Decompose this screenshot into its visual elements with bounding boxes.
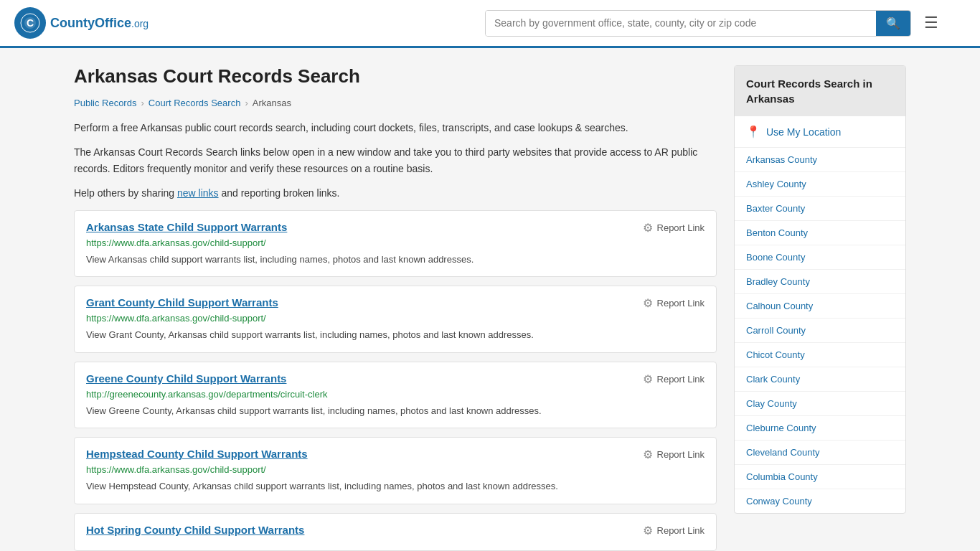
new-links-link[interactable]: new links bbox=[177, 187, 219, 199]
hamburger-icon: ☰ bbox=[924, 14, 938, 32]
sidebar-county-link[interactable]: Ashley County bbox=[735, 172, 905, 197]
sidebar-county-link[interactable]: Carroll County bbox=[735, 319, 905, 343]
sidebar-county-link[interactable]: Calhoun County bbox=[735, 294, 905, 319]
report-link-label: Report Link bbox=[657, 525, 705, 536]
report-icon: ⚙ bbox=[643, 296, 653, 310]
result-desc: View Greene County, Arkansas child suppo… bbox=[86, 404, 705, 418]
report-link-button[interactable]: ⚙ Report Link bbox=[643, 448, 705, 461]
report-link-label: Report Link bbox=[657, 222, 705, 233]
description-3-pre: Help others by sharing bbox=[74, 187, 177, 199]
site-header: C CountyOffice.org 🔍 ☰ bbox=[0, 0, 980, 48]
breadcrumb-sep-2: › bbox=[245, 98, 248, 108]
use-my-location[interactable]: 📍 Use My Location bbox=[735, 116, 905, 148]
report-icon: ⚙ bbox=[643, 372, 653, 386]
sidebar-county-link[interactable]: Cleburne County bbox=[735, 416, 905, 441]
result-header: Hempstead County Child Support Warrants … bbox=[86, 448, 705, 461]
report-icon: ⚙ bbox=[643, 524, 653, 537]
sidebar-county-link[interactable]: Clark County bbox=[735, 367, 905, 392]
sidebar-county-link[interactable]: Clay County bbox=[735, 392, 905, 416]
sidebar-county-link[interactable]: Bradley County bbox=[735, 270, 905, 294]
result-item: Grant County Child Support Warrants ⚙ Re… bbox=[74, 286, 717, 353]
sidebar-header: Court Records Search in Arkansas bbox=[735, 66, 905, 116]
breadcrumb: Public Records › Court Records Search › … bbox=[74, 98, 717, 108]
sidebar-county-link[interactable]: Chicot County bbox=[735, 343, 905, 367]
result-title[interactable]: Greene County Child Support Warrants bbox=[86, 372, 286, 385]
result-title[interactable]: Grant County Child Support Warrants bbox=[86, 296, 278, 309]
search-bar-wrap: 🔍 bbox=[485, 10, 911, 37]
result-url[interactable]: http://greenecounty.arkansas.gov/departm… bbox=[86, 389, 705, 400]
main-container: Arkansas Court Records Search Public Rec… bbox=[60, 48, 920, 551]
result-header: Greene County Child Support Warrants ⚙ R… bbox=[86, 372, 705, 386]
description-3: Help others by sharing new links and rep… bbox=[74, 185, 717, 201]
sidebar-county-link[interactable]: Cleveland County bbox=[735, 441, 905, 465]
report-link-button[interactable]: ⚙ Report Link bbox=[643, 372, 705, 386]
breadcrumb-court-records-search[interactable]: Court Records Search bbox=[149, 98, 241, 108]
location-icon: 📍 bbox=[746, 125, 760, 138]
menu-button[interactable]: ☰ bbox=[918, 11, 944, 35]
result-item: Hempstead County Child Support Warrants … bbox=[74, 437, 717, 504]
result-header: Hot Spring County Child Support Warrants… bbox=[86, 524, 705, 537]
result-item: Greene County Child Support Warrants ⚙ R… bbox=[74, 362, 717, 429]
sidebar-county-link[interactable]: Arkansas County bbox=[735, 148, 905, 172]
search-icon: 🔍 bbox=[886, 17, 900, 29]
sidebar-county-link[interactable]: Boone County bbox=[735, 245, 905, 270]
page-title: Arkansas Court Records Search bbox=[74, 65, 717, 88]
logo-text: CountyOffice.org bbox=[50, 16, 149, 31]
report-link-button[interactable]: ⚙ Report Link bbox=[643, 524, 705, 537]
result-desc: View Hempstead County, Arkansas child su… bbox=[86, 479, 705, 494]
report-link-button[interactable]: ⚙ Report Link bbox=[643, 296, 705, 310]
description-3-post: and reporting broken links. bbox=[219, 187, 340, 199]
result-desc: View Grant County, Arkansas child suppor… bbox=[86, 328, 705, 342]
content-area: Arkansas Court Records Search Public Rec… bbox=[74, 65, 717, 551]
logo[interactable]: C CountyOffice.org bbox=[14, 7, 149, 39]
search-button[interactable]: 🔍 bbox=[876, 11, 910, 36]
results-list: Arkansas State Child Support Warrants ⚙ … bbox=[74, 210, 717, 551]
sidebar-county-link[interactable]: Conway County bbox=[735, 489, 905, 513]
sidebar-county-link[interactable]: Benton County bbox=[735, 221, 905, 245]
result-url[interactable]: https://www.dfa.arkansas.gov/child-suppo… bbox=[86, 313, 705, 324]
report-icon: ⚙ bbox=[643, 448, 653, 461]
description-1: Perform a free Arkansas public court rec… bbox=[74, 120, 717, 136]
result-url[interactable]: https://www.dfa.arkansas.gov/child-suppo… bbox=[86, 237, 705, 248]
sidebar-county-link[interactable]: Columbia County bbox=[735, 465, 905, 489]
breadcrumb-public-records[interactable]: Public Records bbox=[74, 98, 136, 108]
search-area: 🔍 ☰ bbox=[485, 10, 944, 37]
result-item: Arkansas State Child Support Warrants ⚙ … bbox=[74, 210, 717, 278]
report-link-label: Report Link bbox=[657, 374, 705, 385]
result-header: Grant County Child Support Warrants ⚙ Re… bbox=[86, 296, 705, 310]
location-label: Use My Location bbox=[766, 126, 841, 138]
sidebar-county-link[interactable]: Baxter County bbox=[735, 197, 905, 221]
logo-icon: C bbox=[14, 7, 46, 39]
report-icon: ⚙ bbox=[643, 221, 653, 235]
svg-text:C: C bbox=[27, 17, 34, 29]
report-link-button[interactable]: ⚙ Report Link bbox=[643, 221, 705, 235]
result-desc: View Arkansas child support warrants lis… bbox=[86, 253, 705, 267]
breadcrumb-sep-1: › bbox=[141, 98, 143, 108]
search-input[interactable] bbox=[486, 11, 876, 36]
breadcrumb-arkansas: Arkansas bbox=[253, 98, 291, 108]
description-2: The Arkansas Court Records Search links … bbox=[74, 144, 717, 176]
result-title[interactable]: Arkansas State Child Support Warrants bbox=[86, 221, 287, 233]
result-title[interactable]: Hot Spring County Child Support Warrants bbox=[86, 524, 304, 536]
result-url[interactable]: https://www.dfa.arkansas.gov/child-suppo… bbox=[86, 464, 705, 475]
report-link-label: Report Link bbox=[657, 298, 705, 309]
result-item: Hot Spring County Child Support Warrants… bbox=[74, 513, 717, 551]
result-header: Arkansas State Child Support Warrants ⚙ … bbox=[86, 221, 705, 235]
county-list: Arkansas CountyAshley CountyBaxter Count… bbox=[735, 148, 905, 513]
sidebar-box: Court Records Search in Arkansas 📍 Use M… bbox=[734, 65, 906, 514]
report-link-label: Report Link bbox=[657, 449, 705, 460]
result-title[interactable]: Hempstead County Child Support Warrants bbox=[86, 448, 308, 460]
sidebar: Court Records Search in Arkansas 📍 Use M… bbox=[734, 65, 906, 551]
